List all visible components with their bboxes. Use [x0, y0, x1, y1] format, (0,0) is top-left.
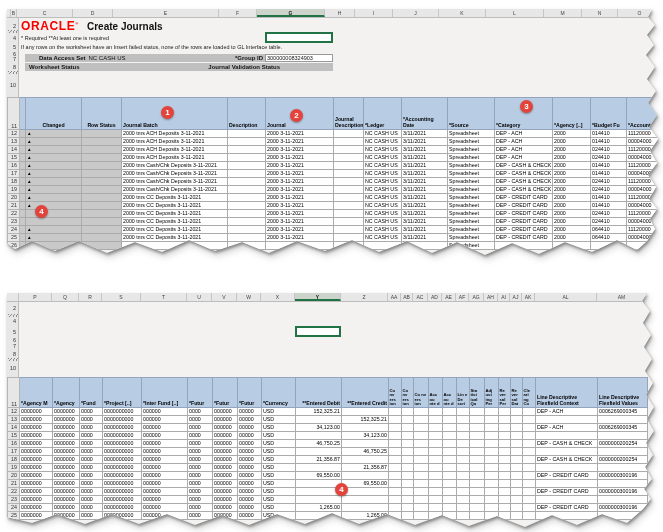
- cell[interactable]: 0000: [80, 432, 103, 440]
- cell[interactable]: 064410: [591, 234, 627, 242]
- cell[interactable]: [470, 504, 485, 512]
- cell[interactable]: 0000000000: [103, 416, 142, 424]
- cell[interactable]: [402, 416, 414, 424]
- cell[interactable]: [402, 408, 414, 416]
- row-number[interactable]: 7: [7, 343, 16, 349]
- cell[interactable]: 00004000: [627, 170, 663, 178]
- cell[interactable]: [429, 456, 443, 464]
- cell[interactable]: [523, 408, 536, 416]
- cell[interactable]: 3/11/2021: [402, 218, 448, 226]
- cell[interactable]: ▲: [26, 178, 82, 186]
- cell[interactable]: [334, 202, 364, 210]
- cell[interactable]: [266, 242, 334, 250]
- cell[interactable]: 0000: [80, 416, 103, 424]
- cell[interactable]: [536, 448, 598, 456]
- cell[interactable]: 2000 tms Cash/Chk Deposits 3-11-2021: [122, 162, 228, 170]
- cell[interactable]: 0000000: [53, 472, 80, 480]
- row-number[interactable]: 17: [8, 448, 20, 456]
- cell[interactable]: 2000 3-11-2021: [266, 218, 334, 226]
- cell[interactable]: 0000: [188, 432, 213, 440]
- row-number[interactable]: 15: [8, 432, 20, 440]
- cell[interactable]: [499, 456, 511, 464]
- cell[interactable]: [414, 456, 429, 464]
- cell[interactable]: [627, 242, 663, 250]
- column-header[interactable]: *Ledger: [364, 98, 402, 130]
- cell[interactable]: 11120000: [627, 130, 663, 138]
- cell[interactable]: 2000 3-11-2021: [266, 162, 334, 170]
- cell[interactable]: [511, 432, 523, 440]
- cell[interactable]: ▲: [26, 194, 82, 202]
- cell[interactable]: NC CASH US: [364, 218, 402, 226]
- cell[interactable]: 0000000000: [103, 496, 142, 504]
- cell[interactable]: 0000000: [53, 504, 80, 512]
- cell[interactable]: USD: [262, 496, 296, 504]
- cell[interactable]: 00000: [238, 432, 262, 440]
- cell[interactable]: 0006269000345: [598, 424, 648, 432]
- cell[interactable]: [228, 146, 266, 154]
- cell[interactable]: 0000000000: [103, 424, 142, 432]
- cell[interactable]: [536, 432, 598, 440]
- cell[interactable]: [511, 424, 523, 432]
- column-header-Z[interactable]: Z: [341, 293, 388, 301]
- cell[interactable]: [457, 464, 470, 472]
- cell[interactable]: Spreadsheet: [448, 234, 495, 242]
- cell[interactable]: [523, 464, 536, 472]
- cell[interactable]: 0000: [188, 488, 213, 496]
- row-number[interactable]: 22: [8, 210, 20, 218]
- cell[interactable]: 0000000: [53, 464, 80, 472]
- cell[interactable]: [470, 440, 485, 448]
- cell[interactable]: 11120000: [627, 178, 663, 186]
- cell[interactable]: [511, 512, 523, 520]
- cell[interactable]: 11120000: [627, 226, 663, 234]
- cell[interactable]: 0000000: [53, 424, 80, 432]
- cell[interactable]: 11120000: [627, 194, 663, 202]
- cell[interactable]: [485, 408, 499, 416]
- column-header[interactable]: Acc ou nte d: [429, 378, 443, 408]
- column-header-S[interactable]: S: [102, 293, 141, 301]
- cell[interactable]: [499, 512, 511, 520]
- cell[interactable]: [523, 488, 536, 496]
- cell[interactable]: Spreadsheet: [448, 194, 495, 202]
- cell[interactable]: [414, 488, 429, 496]
- cell[interactable]: [511, 408, 523, 416]
- cell[interactable]: 0000000000: [103, 464, 142, 472]
- cell[interactable]: 000000: [213, 440, 238, 448]
- column-header-AD[interactable]: AD: [428, 293, 442, 301]
- cell[interactable]: 000000: [142, 424, 188, 432]
- column-header-C[interactable]: C: [17, 9, 73, 17]
- cell[interactable]: Spreadsheet: [448, 130, 495, 138]
- cell[interactable]: [228, 234, 266, 242]
- cell[interactable]: 0000000: [20, 408, 53, 416]
- cell[interactable]: 000000: [213, 408, 238, 416]
- column-header[interactable]: Line Descriptive Flexfield Context: [536, 378, 598, 408]
- cell[interactable]: 000000: [142, 464, 188, 472]
- cell[interactable]: 000000: [142, 480, 188, 488]
- cell[interactable]: [26, 242, 82, 250]
- cell[interactable]: [296, 448, 342, 456]
- cell[interactable]: [122, 242, 228, 250]
- cell[interactable]: [228, 162, 266, 170]
- cell[interactable]: 000000: [213, 504, 238, 512]
- column-header-W[interactable]: W: [237, 293, 261, 301]
- cell[interactable]: [82, 146, 122, 154]
- cell[interactable]: [228, 210, 266, 218]
- cell[interactable]: [523, 472, 536, 480]
- cell[interactable]: 00004000: [627, 202, 663, 210]
- cell[interactable]: 0000: [188, 448, 213, 456]
- cell[interactable]: [414, 512, 429, 520]
- cell[interactable]: [342, 472, 389, 480]
- cell[interactable]: ▲: [26, 170, 82, 178]
- row-number[interactable]: 18: [8, 456, 20, 464]
- cell[interactable]: [443, 424, 457, 432]
- cell[interactable]: 0000000: [20, 496, 53, 504]
- cell[interactable]: 2000: [553, 186, 591, 194]
- cell[interactable]: DEP - CREDIT CARD: [536, 472, 598, 480]
- cell[interactable]: [82, 226, 122, 234]
- cell[interactable]: Spreadsheet: [448, 146, 495, 154]
- cell[interactable]: 014410: [591, 162, 627, 170]
- cell[interactable]: 2000 tms ACH Deposits 3-11-2021: [122, 138, 228, 146]
- cell[interactable]: [598, 512, 648, 520]
- cell[interactable]: 0006269000345: [598, 408, 648, 416]
- cell[interactable]: DEP - CASH & CHECK: [495, 170, 553, 178]
- cell[interactable]: [228, 202, 266, 210]
